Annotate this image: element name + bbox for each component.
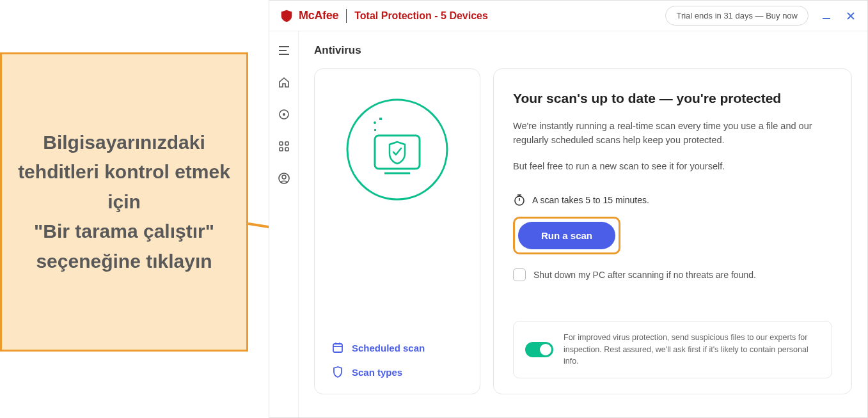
annotation-callout: Bilgisayarınızdaki tehditleri kontrol et… — [0, 52, 248, 352]
minimize-button[interactable] — [820, 10, 833, 22]
svg-rect-12 — [280, 148, 283, 151]
close-button[interactable] — [844, 10, 857, 22]
svg-point-15 — [282, 175, 286, 179]
run-scan-button[interactable]: Run a scan — [518, 222, 615, 249]
send-files-footer: For improved virus protection, send susp… — [513, 321, 832, 378]
sidebar — [269, 31, 299, 417]
svg-rect-11 — [285, 142, 288, 145]
scheduled-scan-label: Scheduled scan — [352, 343, 425, 353]
menu-icon[interactable] — [275, 42, 293, 59]
app-window: McAfee Total Protection - 5 Devices Tria… — [269, 0, 868, 418]
calendar-icon — [331, 341, 344, 354]
content-area: Antivirus — [269, 31, 867, 417]
svg-rect-19 — [374, 129, 376, 131]
scan-links: Scheduled scan Scan types — [327, 341, 467, 378]
svg-point-17 — [374, 121, 376, 124]
main-content: Antivirus — [299, 31, 867, 417]
product-name: Total Protection - 5 Devices — [354, 10, 488, 22]
title-bar: McAfee Total Protection - 5 Devices Tria… — [269, 1, 867, 31]
send-files-text: For improved virus protection, send susp… — [564, 332, 820, 368]
svg-point-9 — [283, 113, 285, 116]
mcafee-shield-icon — [280, 9, 294, 23]
scan-status-heading: Your scan's up to date — you're protecte… — [513, 91, 832, 106]
run-scan-highlight: Run a scan — [513, 217, 620, 254]
brand-divider — [346, 9, 347, 23]
stopwatch-icon — [513, 194, 526, 206]
page-title: Antivirus — [314, 44, 852, 57]
callout-text: Bilgisayarınızdaki tehditleri kontrol et… — [17, 128, 231, 277]
scan-illustration-card: Scheduled scan Scan types — [314, 68, 480, 394]
scan-time-text: A scan takes 5 to 15 minutes. — [532, 195, 649, 205]
home-icon[interactable] — [275, 74, 293, 91]
card-row: Scheduled scan Scan types Your scan's up… — [314, 68, 852, 394]
svg-rect-18 — [379, 118, 382, 120]
scan-status-card: Your scan's up to date — you're protecte… — [493, 68, 852, 394]
scheduled-scan-link[interactable]: Scheduled scan — [331, 341, 467, 354]
protection-illustration — [340, 92, 455, 207]
shutdown-checkbox-label: Shut down my PC after scanning if no thr… — [533, 270, 756, 280]
svg-rect-10 — [280, 142, 283, 145]
scan-status-para2: But feel free to run a new scan to see i… — [513, 159, 832, 173]
scan-types-link[interactable]: Scan types — [331, 366, 467, 378]
svg-rect-22 — [333, 344, 342, 352]
apps-icon[interactable] — [275, 137, 293, 155]
scan-types-label: Scan types — [352, 367, 402, 378]
scan-status-para1: We're instantly running a real-time scan… — [513, 119, 832, 148]
brand-name: McAfee — [299, 9, 338, 22]
brand: McAfee Total Protection - 5 Devices — [280, 9, 488, 23]
shield-icon — [331, 366, 344, 378]
svg-point-16 — [347, 100, 447, 199]
title-bar-right: Trial ends in 31 days — Buy now — [665, 6, 857, 26]
scan-time-note: A scan takes 5 to 15 minutes. — [513, 194, 832, 206]
window-controls — [820, 10, 857, 22]
scan-icon[interactable] — [275, 105, 293, 123]
shutdown-checkbox[interactable] — [513, 268, 526, 281]
account-icon[interactable] — [275, 169, 293, 187]
shutdown-checkbox-row: Shut down my PC after scanning if no thr… — [513, 268, 832, 281]
send-files-toggle[interactable] — [525, 342, 553, 357]
svg-rect-13 — [285, 148, 288, 151]
trial-status-pill[interactable]: Trial ends in 31 days — Buy now — [665, 6, 809, 26]
